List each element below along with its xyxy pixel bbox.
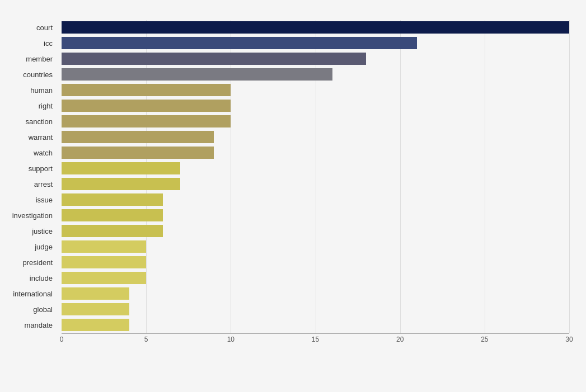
bar-row: judge [62, 239, 569, 254]
bar-label: court [0, 23, 57, 32]
bar [62, 287, 129, 300]
bar [62, 209, 163, 221]
bar-row: mandate [62, 318, 569, 332]
bar-row: sanction [62, 114, 569, 129]
x-tick: 0 [60, 336, 64, 343]
bar [62, 147, 214, 159]
bar-row: arrest [62, 177, 569, 191]
bar [62, 37, 417, 49]
x-tick: 25 [481, 336, 488, 343]
x-axis: 051015202530 [62, 334, 569, 346]
bar-label: icc [0, 39, 57, 48]
x-tick: 20 [396, 336, 404, 343]
bar [62, 21, 569, 34]
bar-label: arrest [0, 180, 57, 188]
bar-label: issue [0, 196, 57, 204]
bar-label: countries [0, 70, 57, 79]
bars-container: courticcmembercountrieshumanrightsanctio… [62, 20, 569, 332]
bar [62, 193, 163, 206]
bar [62, 256, 146, 268]
bar-row: support [62, 161, 569, 176]
bar-row: court [62, 20, 569, 35]
bar [62, 225, 163, 237]
bar-label: justice [0, 227, 57, 235]
bar [62, 100, 231, 112]
bar-label: global [0, 305, 57, 314]
bar-label: mandate [0, 321, 57, 329]
bar-row: issue [62, 192, 569, 207]
bar-row: investigation [62, 208, 569, 223]
bar [62, 240, 146, 253]
bar-label: warrant [0, 133, 57, 141]
bar [62, 319, 129, 331]
bar-label: international [0, 290, 57, 298]
bar-label: member [0, 55, 57, 63]
x-tick: 10 [227, 336, 235, 343]
bar-row: watch [62, 145, 569, 160]
bar [62, 84, 231, 96]
bar [62, 115, 231, 127]
bar [62, 131, 214, 143]
bar-row: global [62, 302, 569, 317]
bar-row: justice [62, 224, 569, 238]
chart-container: courticcmembercountrieshumanrightsanctio… [0, 0, 586, 392]
x-tick: 15 [312, 336, 319, 343]
bar [62, 178, 180, 190]
bar-label: watch [0, 149, 57, 157]
bar-row: right [62, 98, 569, 113]
bar-row: international [62, 286, 569, 301]
bar-label: support [0, 164, 57, 173]
x-tick: 5 [144, 336, 148, 343]
bar-row: icc [62, 36, 569, 50]
bar-label: investigation [0, 211, 57, 220]
bar-label: include [0, 274, 57, 282]
bar-row: human [62, 83, 569, 97]
bar [62, 272, 146, 284]
bar-label: judge [0, 243, 57, 251]
bar-row: warrant [62, 130, 569, 144]
bar-label: sanction [0, 117, 57, 126]
bar-label: president [0, 258, 57, 267]
bar-row: president [62, 255, 569, 270]
bar-row: countries [62, 67, 569, 82]
grid-line [569, 20, 570, 333]
bar-row: include [62, 271, 569, 285]
bar-row: member [62, 51, 569, 66]
bar [62, 53, 366, 65]
bar [62, 68, 332, 81]
bar-label: right [0, 102, 57, 110]
bar [62, 303, 129, 315]
x-tick: 30 [565, 336, 573, 343]
bar [62, 162, 180, 174]
chart-title [0, 0, 586, 16]
bar-label: human [0, 86, 57, 95]
